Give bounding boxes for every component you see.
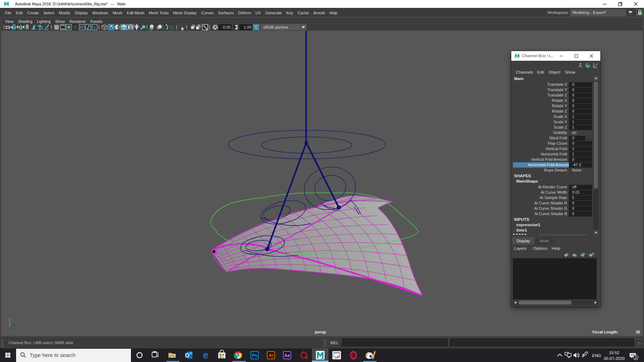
svg-text:0.00: 0.00 [223,25,230,29]
svg-text:e: e [203,350,208,361]
svg-text:15:52: 15:52 [609,351,619,355]
svg-text:1.00: 1.00 [244,25,251,29]
svg-text:35: 35 [636,330,640,334]
svg-text:ENG: ENG [592,353,601,358]
svg-text:ON: ON [254,26,258,29]
svg-text:3: 3 [635,355,637,359]
svg-text:persp: persp [315,330,326,334]
svg-text:{;}: {;} [638,341,641,345]
svg-text:sRGB gamma: sRGB gamma [263,25,288,29]
svg-text:30-07-2020: 30-07-2020 [604,356,625,361]
svg-text:Ps: Ps [252,353,257,358]
svg-text:MAYA: MAYA [320,358,324,359]
svg-text:T: T [93,25,96,30]
svg-text:x: x [3,323,5,327]
svg-text:Focal Length:: Focal Length: [592,330,618,334]
svg-text:Ae: Ae [284,353,290,358]
svg-text:y: y [9,317,11,321]
svg-text:Ai: Ai [269,353,273,358]
svg-text:z: z [13,323,15,327]
